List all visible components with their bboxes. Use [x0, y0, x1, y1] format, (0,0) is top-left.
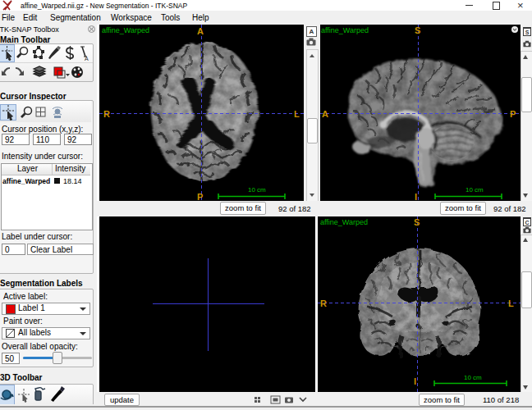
- svg-text:A: A: [85, 56, 89, 61]
